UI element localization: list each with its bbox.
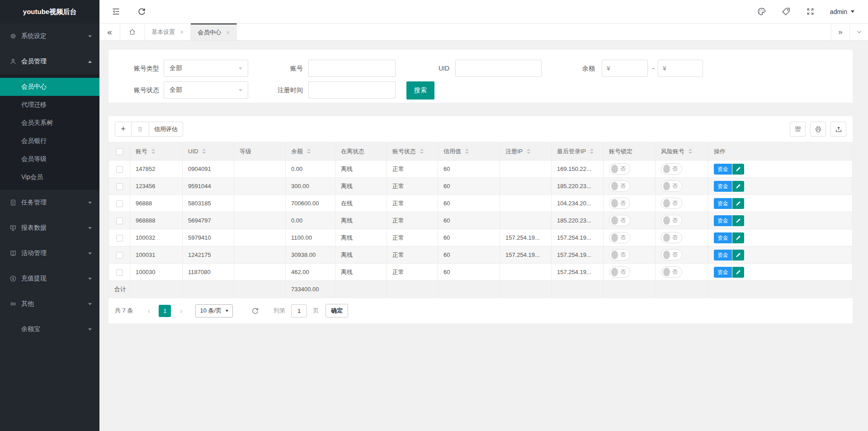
sort-icon[interactable] (420, 149, 424, 154)
tabs-menu-button[interactable] (849, 24, 868, 40)
balance-max-input[interactable] (658, 60, 703, 77)
register-time-input[interactable] (308, 81, 396, 99)
risk-account-toggle[interactable]: 否 (661, 232, 682, 243)
row-checkbox[interactable] (116, 218, 123, 224)
row-checkbox[interactable] (116, 200, 123, 207)
sidebar-item-system-settings[interactable]: 系统设定 (0, 24, 99, 49)
risk-account-toggle[interactable]: 否 (661, 163, 682, 175)
account-status-select[interactable]: 全部 (164, 81, 248, 99)
sidebar-toggle-icon[interactable] (111, 7, 121, 16)
page-1-button[interactable]: 1 (159, 305, 171, 317)
fund-button[interactable]: 资金 (714, 198, 732, 209)
account-type-select[interactable]: 全部 (164, 60, 248, 77)
export-button[interactable] (830, 122, 846, 137)
next-page-button[interactable]: › (176, 306, 186, 316)
account-lock-toggle[interactable]: 否 (609, 198, 630, 209)
account-lock-toggle[interactable]: 否 (609, 163, 630, 175)
edit-button[interactable] (732, 232, 744, 243)
sort-icon[interactable] (465, 149, 469, 154)
balance-min-input[interactable] (602, 60, 648, 77)
risk-account-toggle[interactable]: 否 (661, 215, 682, 226)
page-size-select[interactable]: 10 条/页 (195, 304, 233, 317)
account-input[interactable] (308, 60, 396, 77)
edit-button[interactable] (732, 267, 744, 278)
fund-button[interactable]: 资金 (714, 215, 732, 226)
edit-button[interactable] (732, 198, 744, 209)
trash-icon (137, 126, 144, 133)
sidebar-item-member-center[interactable]: 会员中心 (0, 78, 99, 96)
risk-account-toggle[interactable]: 否 (661, 198, 682, 209)
sort-icon[interactable] (590, 149, 594, 154)
row-checkbox[interactable] (116, 252, 123, 259)
user-menu[interactable]: admin (830, 8, 854, 15)
confirm-button[interactable]: 确定 (326, 304, 348, 317)
refresh-icon[interactable] (251, 307, 259, 315)
sidebar-item-member-relation-tree[interactable]: 会员关系树 (0, 114, 99, 132)
sort-icon[interactable] (151, 149, 155, 154)
row-checkbox[interactable] (116, 166, 123, 173)
print-button[interactable] (810, 122, 826, 137)
fund-button[interactable]: 资金 (714, 267, 732, 278)
account-lock-toggle[interactable]: 否 (609, 249, 630, 260)
risk-account-toggle[interactable]: 否 (661, 180, 682, 192)
member-management-submenu: 会员中心 代理迁移 会员关系树 会员银行 会员等级 Vip会员 (0, 74, 99, 190)
uid-input[interactable] (455, 60, 542, 77)
sidebar-item-yuebao[interactable]: 余额宝 (0, 317, 99, 342)
sidebar-item-others[interactable]: ∞ 其他 (0, 291, 99, 317)
toggle-columns-button[interactable] (790, 122, 806, 137)
close-icon[interactable]: × (180, 28, 184, 36)
edit-button[interactable] (732, 215, 744, 226)
risk-account-toggle[interactable]: 否 (661, 266, 682, 278)
table-header-row: 账号 UID 等级 余额 在离状态 账号状态 信用值 注册IP 最后登录IP 账… (109, 142, 853, 161)
search-button[interactable]: 搜索 (406, 81, 434, 99)
theme-palette-icon[interactable] (757, 7, 766, 16)
sort-icon[interactable] (202, 149, 206, 154)
close-icon[interactable]: × (226, 29, 230, 36)
sort-icon[interactable] (689, 149, 692, 154)
tabs-overflow-button[interactable]: » (831, 24, 849, 40)
edit-button[interactable] (732, 250, 744, 260)
home-tab[interactable] (120, 24, 145, 40)
account-lock-toggle[interactable]: 否 (609, 232, 630, 243)
fund-button[interactable]: 资金 (714, 181, 732, 192)
row-checkbox[interactable] (116, 235, 123, 242)
prev-page-button[interactable]: ‹ (144, 306, 154, 316)
sidebar-item-member-management[interactable]: 会员管理 (0, 49, 99, 74)
edit-button[interactable] (732, 164, 744, 175)
chevron-down-icon (239, 89, 242, 91)
tab-basic-settings[interactable]: 基本设置 × (145, 24, 191, 40)
edit-button[interactable] (732, 181, 744, 192)
register-time-label: 注册时间 (258, 81, 303, 99)
account-lock-toggle[interactable]: 否 (609, 266, 630, 278)
tab-member-center[interactable]: 会员中心 × (191, 24, 237, 40)
fund-button[interactable]: 资金 (714, 164, 732, 175)
goto-page-input[interactable] (291, 304, 307, 317)
row-checkbox[interactable] (116, 269, 123, 276)
chevron-down-icon (856, 28, 863, 35)
risk-account-toggle[interactable]: 否 (661, 249, 682, 260)
sidebar-item-activity-management[interactable]: 活动管理 (0, 241, 99, 266)
account-label: 账号 (258, 60, 303, 77)
credit-eval-button[interactable]: 信用评估 (149, 122, 183, 137)
fund-button[interactable]: 资金 (714, 250, 732, 260)
tabs-collapse-button[interactable]: « (99, 24, 120, 40)
tag-icon[interactable] (781, 7, 791, 16)
account-lock-toggle[interactable]: 否 (609, 215, 630, 226)
sidebar-item-vip-member[interactable]: Vip会员 (0, 168, 99, 186)
account-lock-toggle[interactable]: 否 (609, 180, 630, 192)
sort-icon[interactable] (307, 149, 311, 154)
sidebar-item-recharge-withdraw[interactable]: 充值提现 (0, 266, 99, 291)
add-button[interactable]: + (115, 122, 132, 137)
fullscreen-icon[interactable] (806, 7, 815, 16)
row-checkbox[interactable] (116, 183, 123, 190)
refresh-icon[interactable] (137, 7, 146, 16)
sidebar-item-task-management[interactable]: 任务管理 (0, 190, 99, 215)
fund-button[interactable]: 资金 (714, 232, 732, 243)
sidebar-item-agent-migration[interactable]: 代理迁移 (0, 96, 99, 114)
sidebar-item-report-data[interactable]: 报表数据 (0, 215, 99, 241)
sort-icon[interactable] (527, 149, 530, 154)
sidebar-item-member-level[interactable]: 会员等级 (0, 150, 99, 168)
select-all-checkbox[interactable] (116, 148, 123, 155)
sidebar-item-member-bank[interactable]: 会员银行 (0, 132, 99, 150)
delete-button[interactable] (131, 122, 149, 137)
